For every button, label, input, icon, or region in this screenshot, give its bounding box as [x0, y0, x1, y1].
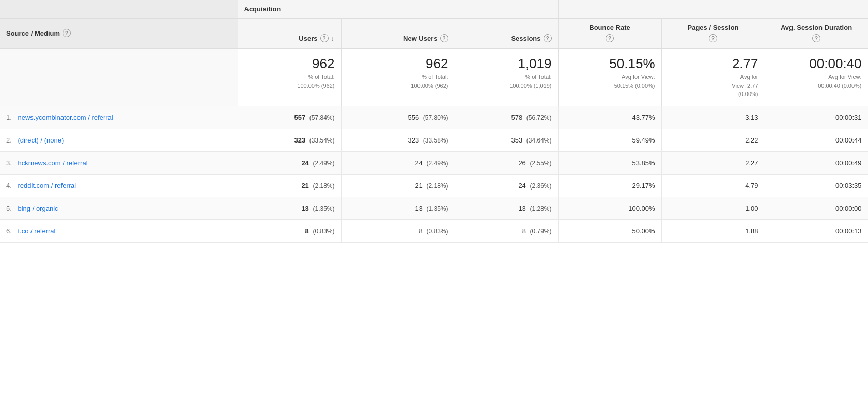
source-cell-1: 1. news.ycombinator.com / referral: [0, 106, 238, 129]
row-num-4: 4.: [6, 182, 12, 190]
users-cell-5: 13 (1.35%): [238, 197, 341, 219]
newusers-val-2: 323: [408, 136, 419, 144]
source-link-5[interactable]: bing / organic: [18, 204, 58, 212]
newusers-pct-5: (1.35%): [426, 205, 448, 212]
users-val-1: 557: [294, 114, 305, 121]
sessions-pct-6: (0.79%): [530, 228, 551, 235]
users-pct-2: (33.54%): [309, 137, 335, 144]
users-val-4: 21: [301, 182, 308, 190]
sessions-help-icon[interactable]: ?: [544, 34, 552, 42]
newusers-cell-4: 21 (2.18%): [341, 174, 455, 197]
group-behavior-header: [558, 0, 868, 19]
avg-help-icon[interactable]: ?: [812, 34, 820, 42]
row-num-2: 2.: [6, 136, 12, 144]
row-num-1: 1.: [6, 114, 12, 121]
newusers-val-4: 21: [415, 182, 422, 190]
newusers-val-6: 8: [419, 227, 423, 235]
pages-cell-4: 4.79: [661, 174, 765, 197]
sessions-cell-4: 24 (2.36%): [455, 174, 558, 197]
newusers-pct-4: (2.18%): [426, 182, 448, 190]
users-val-5: 13: [301, 204, 308, 212]
table-row: 6. t.co / referral 8 (0.83%) 8 (0.83%) 8…: [0, 219, 868, 242]
newusers-cell-3: 24 (2.49%): [341, 151, 455, 174]
users-cell-2: 323 (33.54%): [238, 129, 341, 151]
avg-cell-6: 00:00:13: [765, 219, 868, 242]
col-label-source: Source / Medium: [6, 29, 60, 37]
newusers-cell-5: 13 (1.35%): [341, 197, 455, 219]
pages-help-icon[interactable]: ?: [709, 34, 717, 42]
bounce-cell-3: 53.85%: [558, 151, 661, 174]
source-link-6[interactable]: t.co / referral: [18, 227, 55, 235]
users-pct-6: (0.83%): [313, 228, 334, 235]
col-header-avg: Avg. Session Duration ?: [765, 19, 868, 49]
users-val-6: 8: [305, 227, 309, 235]
col-header-sessions: Sessions ?: [455, 19, 558, 49]
bounce-help-icon[interactable]: ?: [606, 34, 614, 42]
sessions-val-1: 578: [511, 114, 522, 121]
source-link-3[interactable]: hckrnews.com / referral: [18, 159, 87, 167]
source-cell-6: 6. t.co / referral: [0, 219, 238, 242]
sessions-val-4: 24: [518, 182, 525, 190]
table-row: 4. reddit.com / referral 21 (2.18%) 21 (…: [0, 174, 868, 197]
sessions-cell-5: 13 (1.28%): [455, 197, 558, 219]
users-sort-arrow[interactable]: ↓: [331, 34, 335, 42]
sessions-cell-1: 578 (56.72%): [455, 106, 558, 129]
sessions-cell-6: 8 (0.79%): [455, 219, 558, 242]
sessions-cell-3: 26 (2.55%): [455, 151, 558, 174]
avg-cell-4: 00:03:35: [765, 174, 868, 197]
analytics-table: Acquisition Source / Medium ? Users ? ↓: [0, 0, 868, 243]
source-cell-2: 2. (direct) / (none): [0, 129, 238, 151]
users-pct-4: (2.18%): [313, 182, 334, 190]
source-link-2[interactable]: (direct) / (none): [18, 136, 64, 144]
users-help-icon[interactable]: ?: [320, 34, 329, 42]
sessions-val-3: 26: [518, 159, 525, 167]
source-help-icon[interactable]: ?: [63, 29, 71, 37]
users-cell-6: 8 (0.83%): [238, 219, 341, 242]
totals-sessions-sub: % of Total:100.00% (1,019): [461, 73, 552, 90]
col-label-sessions: Sessions: [511, 35, 540, 42]
col-header-newusers: New Users ?: [341, 19, 455, 49]
totals-sessions-main: 1,019: [461, 56, 552, 72]
pages-cell-3: 2.27: [661, 151, 765, 174]
newusers-val-1: 556: [408, 114, 419, 121]
group-empty-cell: [0, 0, 238, 19]
newusers-pct-6: (0.83%): [426, 228, 448, 235]
newusers-cell-6: 8 (0.83%): [341, 219, 455, 242]
row-num-5: 5.: [6, 204, 12, 212]
newusers-pct-2: (33.58%): [423, 137, 448, 144]
group-acquisition-header: Acquisition: [238, 0, 558, 19]
source-link-1[interactable]: news.ycombinator.com / referral: [18, 114, 113, 121]
column-header-row: Source / Medium ? Users ? ↓ New Users ?: [0, 19, 868, 49]
users-cell-1: 557 (57.84%): [238, 106, 341, 129]
users-pct-1: (57.84%): [309, 114, 335, 121]
users-cell-3: 24 (2.49%): [238, 151, 341, 174]
users-cell-4: 21 (2.18%): [238, 174, 341, 197]
col-header-source: Source / Medium ?: [0, 19, 238, 49]
totals-avg-cell: 00:00:40 Avg for View:00:00:40 (0.00%): [765, 48, 868, 106]
totals-row: 962 % of Total:100.00% (962) 962 % of To…: [0, 48, 868, 106]
pages-cell-6: 1.88: [661, 219, 765, 242]
col-header-pages: Pages / Session ?: [661, 19, 765, 49]
avg-cell-1: 00:00:31: [765, 106, 868, 129]
users-pct-3: (2.49%): [313, 160, 334, 167]
pages-cell-2: 2.22: [661, 129, 765, 151]
bounce-cell-4: 29.17%: [558, 174, 661, 197]
pages-cell-1: 3.13: [661, 106, 765, 129]
totals-bounce-cell: 50.15% Avg for View:50.15% (0.00%): [558, 48, 661, 106]
group-header-row: Acquisition: [0, 0, 868, 19]
source-link-4[interactable]: reddit.com / referral: [18, 182, 76, 190]
avg-cell-2: 00:00:44: [765, 129, 868, 151]
newusers-val-5: 13: [415, 204, 422, 212]
bounce-cell-5: 100.00%: [558, 197, 661, 219]
totals-pages-sub: Avg forView: 2.77(0.00%): [668, 73, 758, 99]
newusers-help-icon[interactable]: ?: [440, 34, 448, 42]
pages-cell-5: 1.00: [661, 197, 765, 219]
avg-cell-5: 00:00:00: [765, 197, 868, 219]
col-header-users: Users ? ↓: [238, 19, 341, 49]
source-cell-5: 5. bing / organic: [0, 197, 238, 219]
users-val-2: 323: [294, 136, 305, 144]
sessions-pct-5: (1.28%): [530, 205, 551, 212]
sessions-pct-2: (34.64%): [526, 137, 552, 144]
totals-avg-main: 00:00:40: [771, 56, 862, 72]
totals-users-main: 962: [244, 56, 335, 72]
